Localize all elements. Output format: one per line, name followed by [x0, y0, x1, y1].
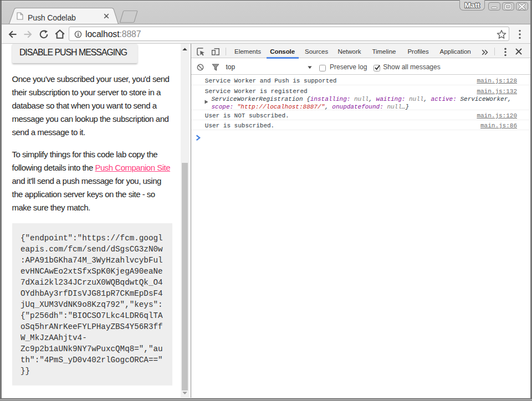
svg-text:Matt: Matt	[464, 1, 480, 9]
